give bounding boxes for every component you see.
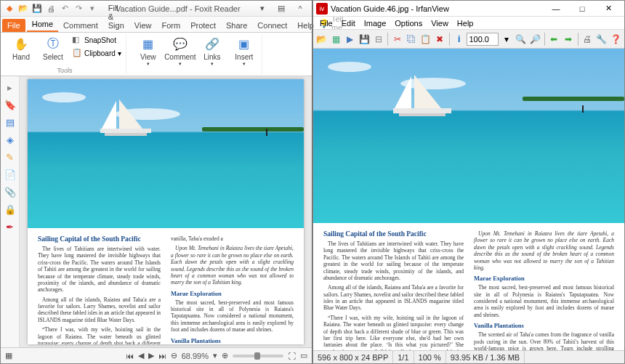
- window-title: Vacation Guide.46.jpg - IrfanView: [331, 4, 449, 13]
- comment-button[interactable]: 💬Comment▾: [166, 34, 195, 68]
- undo-icon[interactable]: ↶: [59, 3, 70, 15]
- snapshot-button[interactable]: ◧SnapShot: [70, 34, 123, 46]
- paste-icon[interactable]: 📋: [419, 32, 432, 46]
- copy-icon[interactable]: ⿻: [406, 32, 418, 46]
- svg-marker-4: [395, 76, 411, 108]
- articles-icon[interactable]: 📄: [4, 168, 17, 181]
- zoom-value[interactable]: 68.99%: [182, 352, 209, 360]
- menu-options[interactable]: Options: [391, 18, 426, 28]
- next-page-icon[interactable]: ▶: [148, 351, 154, 360]
- hand-button[interactable]: ✋Hand: [7, 34, 36, 62]
- zoom-dropdown-icon[interactable]: ▾: [500, 32, 512, 46]
- tab-form[interactable]: Form: [156, 19, 185, 32]
- tab-protect[interactable]: Protect: [185, 19, 221, 32]
- app-icon[interactable]: ◆: [4, 3, 15, 15]
- last-page-icon[interactable]: ⏭: [158, 352, 166, 360]
- clipboard-icon: 📋: [72, 48, 82, 58]
- minimize-ribbon-icon[interactable]: ^: [291, 3, 309, 15]
- menu-help[interactable]: Help: [453, 18, 477, 28]
- print-icon[interactable]: 🖨: [581, 32, 593, 46]
- about-icon[interactable]: ❓: [609, 32, 621, 46]
- chevron-down-icon: ▾: [118, 49, 121, 57]
- prev-page-icon[interactable]: ◀: [138, 351, 144, 360]
- zoom-dropdown-icon[interactable]: ▾: [213, 351, 217, 360]
- menu-view[interactable]: View: [427, 18, 452, 28]
- qat-dropdown-icon[interactable]: ▾: [86, 3, 98, 15]
- minimize-button[interactable]: —: [543, 1, 569, 16]
- section-heading: Vanilla Plantations: [171, 337, 294, 344]
- sailboat-graphic: [100, 100, 158, 140]
- layers-icon[interactable]: ◈: [4, 133, 17, 146]
- pages-icon[interactable]: ▤: [4, 116, 17, 129]
- zoom-slider[interactable]: [233, 355, 283, 357]
- insert-icon: ▣: [236, 36, 252, 52]
- ribbon-collapse-icon[interactable]: ▤: [273, 3, 290, 15]
- signature-pen-icon[interactable]: ✒: [4, 220, 17, 233]
- chevron-down-icon: ▾: [179, 61, 182, 67]
- zoom-out-icon[interactable]: ⊖: [171, 351, 177, 360]
- tab-comment[interactable]: Comment: [58, 19, 103, 32]
- sidebar-expand-icon[interactable]: ▸: [4, 81, 17, 94]
- menu-file[interactable]: File: [316, 18, 336, 28]
- insert-button[interactable]: ▣Insert▾: [230, 34, 259, 68]
- fit-width-icon[interactable]: ⛶: [288, 352, 296, 360]
- redo-icon[interactable]: ↷: [73, 3, 84, 15]
- tab-fill-sign[interactable]: Fill & Sign: [103, 1, 129, 32]
- first-page-icon[interactable]: ⏮: [126, 352, 134, 360]
- svg-marker-0: [102, 101, 116, 129]
- close-button[interactable]: ✕: [595, 1, 621, 16]
- comments-icon[interactable]: ✎: [4, 150, 17, 163]
- save-icon[interactable]: 💾: [358, 32, 370, 46]
- chevron-down-icon: ▾: [211, 61, 214, 67]
- print-icon[interactable]: 🖨: [45, 3, 57, 15]
- zoom-out-icon[interactable]: 🔎: [528, 32, 541, 46]
- view-button[interactable]: ▦View▾: [134, 34, 163, 68]
- section-heading: Vanilla Plantations: [474, 322, 614, 329]
- next-file-icon[interactable]: ➡: [562, 32, 574, 46]
- tab-view[interactable]: View: [129, 19, 157, 32]
- tab-share[interactable]: Share: [221, 19, 252, 32]
- fit-page-icon[interactable]: ▭: [300, 351, 307, 360]
- zoom-in-icon[interactable]: ⊕: [222, 351, 228, 360]
- svg-rect-6: [393, 108, 451, 113]
- thumbnails-icon[interactable]: ▦: [329, 32, 342, 46]
- open-icon[interactable]: 📂: [17, 3, 29, 15]
- bookmarks-icon[interactable]: 🔖: [4, 98, 17, 111]
- view-mode-icon[interactable]: ▦: [5, 351, 12, 360]
- image-area[interactable]: Sailing Capital of the South Pacific The…: [313, 49, 624, 350]
- svg-marker-1: [119, 100, 142, 129]
- links-button[interactable]: 🔗Links▾: [198, 34, 227, 68]
- acquire-icon[interactable]: ⊟: [372, 32, 384, 46]
- open-icon[interactable]: 📂: [315, 32, 328, 46]
- status-page: 1/1: [393, 351, 414, 363]
- prev-file-icon[interactable]: ⬅: [548, 32, 560, 46]
- menu-edit[interactable]: Edit: [338, 18, 359, 28]
- svg-marker-5: [414, 75, 441, 108]
- tab-home[interactable]: Home: [27, 17, 58, 32]
- foxit-titlebar: ◆ 📂 💾 🖨 ↶ ↷ ▾ Vacation Guide...pdf - Fox…: [1, 1, 312, 17]
- maximize-button[interactable]: □: [569, 1, 595, 16]
- select-button[interactable]: ⓉSelect: [39, 34, 68, 62]
- zoom-in-icon[interactable]: 🔍: [515, 32, 527, 46]
- ribbon-dropdown-icon[interactable]: ▾: [254, 3, 271, 15]
- svg-rect-3: [105, 133, 147, 136]
- info-icon[interactable]: i: [453, 32, 465, 46]
- cut-icon[interactable]: ✂: [391, 32, 403, 46]
- menu-image[interactable]: Image: [360, 18, 390, 28]
- status-filesize: 93.95 KB / 1.36 MB: [446, 351, 525, 363]
- save-icon[interactable]: 💾: [31, 3, 43, 15]
- page-text: Sailing Capital of the South Pacific The…: [313, 223, 624, 350]
- document-area[interactable]: Sailing Capital of the South Pacific The…: [20, 76, 312, 347]
- signatures-icon[interactable]: 🔒: [4, 203, 17, 216]
- slideshow-icon[interactable]: ▶: [344, 32, 356, 46]
- delete-icon[interactable]: ✖: [434, 32, 446, 46]
- tab-file[interactable]: File: [2, 19, 25, 32]
- page-photo: [313, 49, 624, 223]
- zoom-input[interactable]: [467, 33, 499, 46]
- tab-connect[interactable]: Connect: [252, 19, 292, 32]
- settings-icon[interactable]: 🔧: [595, 32, 608, 46]
- chevron-down-icon: ▾: [243, 61, 246, 67]
- clipboard-button[interactable]: 📋Clipboard ▾: [70, 47, 123, 59]
- attachments-icon[interactable]: 📎: [4, 185, 17, 198]
- image-page: Sailing Capital of the South Pacific The…: [313, 49, 624, 350]
